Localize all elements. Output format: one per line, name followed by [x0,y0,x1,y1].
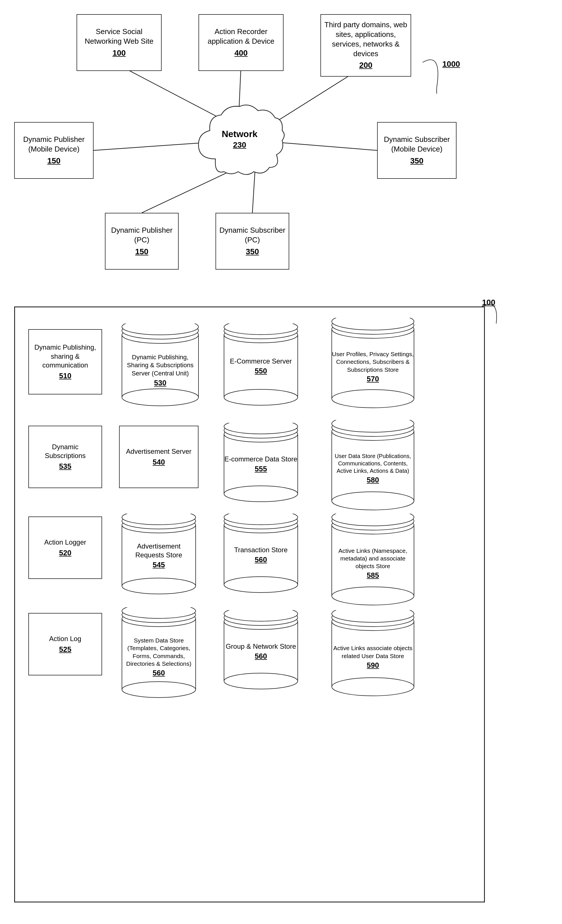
c570-text: User Profiles, Privacy Settings, Connect… [329,343,417,374]
dynamic-publisher-pc-label: 150 [135,247,149,257]
c550-label: 550 [255,367,267,375]
c560b-text: Group & Network Store [223,642,299,651]
service-social-box: Service Social Networking Web Site 100 [76,14,161,71]
c560b-label: 560 [255,652,267,661]
c580-label: 580 [367,476,379,484]
annotation-100-bottom: 100 [482,298,495,307]
c545-cylinder: Advertisement Requests Store 545 [119,514,199,597]
c555-text: E-commerce Data Store [221,454,300,464]
svg-point-30 [332,492,414,510]
dynamic-publisher-mobile-box: Dynamic Publisher (Mobile Device) 150 [14,122,94,179]
c580-text: User Data Store (Publications, Communica… [329,447,417,474]
c580-cylinder: User Data Store (Publications, Communica… [329,420,417,511]
c520-box: Action Logger 520 [28,516,102,579]
svg-point-15 [224,389,298,405]
c530-label: 530 [154,379,166,387]
c590-cylinder: Active Links associate objects related U… [329,610,417,698]
svg-point-35 [122,578,196,594]
c545-text: Advertisement Requests Store [119,542,199,560]
svg-point-45 [332,587,414,605]
c510-label: 510 [59,371,71,381]
svg-point-50 [122,682,196,698]
c560a-text: Transaction Store [232,545,291,554]
svg-line-4 [272,142,377,150]
c540-label: 540 [152,458,165,467]
service-social-label: 100 [112,48,126,58]
network-cloud: Network 230 [193,99,286,179]
c535-label: 535 [59,462,71,471]
c547-text: System Data Store (Templates, Categories… [119,631,199,668]
c590-label: 590 [367,661,379,670]
svg-point-25 [224,486,298,502]
c520-text: Action Logger [44,538,86,547]
c530-text: Dynamic Publishing, Sharing & Subscripti… [119,345,201,378]
svg-point-40 [224,577,298,592]
c550-text: E-Commerce Server [227,357,295,366]
svg-point-20 [332,390,414,408]
svg-rect-23 [224,434,298,494]
c525-box: Action Log 525 [28,613,102,675]
dynamic-subscriber-pc-text: Dynamic Subscriber (PC) [219,226,286,245]
c555-label: 555 [255,465,267,473]
c545-label: 545 [152,561,165,569]
c525-label: 525 [59,645,71,654]
dynamic-subscriber-mobile-text: Dynamic Subscriber (Mobile Device) [381,135,453,154]
c547-cylinder: System Data Store (Templates, Categories… [119,607,199,701]
c570-label: 570 [367,375,379,383]
c535-box: Dynamic Subscriptions 535 [28,426,102,488]
annotation-1000: 1000 [442,60,460,69]
third-party-label: 200 [359,60,372,70]
dynamic-publisher-mobile-text: Dynamic Publisher (Mobile Device) [18,135,90,154]
c535-text: Dynamic Subscriptions [32,442,99,460]
svg-rect-53 [224,621,298,681]
c510-box: Dynamic Publishing, sharing & communicat… [28,329,102,394]
c525-text: Action Log [49,634,81,643]
c585-text: Active Links (Namespace, metadata) and a… [329,541,417,570]
dynamic-subscriber-pc-box: Dynamic Subscriber (PC) 350 [215,213,289,270]
c540-text: Advertisement Server [126,447,192,456]
dynamic-subscriber-mobile-box: Dynamic Subscriber (Mobile Device) 350 [377,122,456,179]
dynamic-subscriber-pc-label: 350 [246,247,259,257]
c585-label: 585 [367,571,379,580]
c540-box: Advertisement Server 540 [119,426,199,488]
action-recorder-box: Action Recorder application & Device 400 [199,14,284,71]
dynamic-publisher-pc-box: Dynamic Publisher (PC) 150 [105,213,179,270]
c550-cylinder: E-Commerce Server 550 [221,324,300,409]
dynamic-publisher-pc-text: Dynamic Publisher (PC) [108,226,175,245]
c547-label: 560 [152,669,165,677]
c555-cylinder: E-commerce Data Store 555 [221,423,300,505]
diagram-container: Service Social Networking Web Site 100 A… [0,0,562,924]
third-party-box: Third party domains, web sites, applicat… [320,14,411,76]
c510-text: Dynamic Publishing, sharing & communicat… [32,343,99,369]
c590-text: Active Links associate objects related U… [329,639,417,660]
c520-label: 520 [59,548,71,558]
c560b-cylinder: Group & Network Store 560 [221,610,300,692]
network-label: 230 [233,141,247,150]
dynamic-subscriber-mobile-label: 350 [410,156,424,166]
svg-point-10 [122,389,199,406]
svg-point-60 [332,678,414,696]
svg-rect-13 [224,335,298,397]
service-social-text: Service Social Networking Web Site [80,27,158,46]
svg-rect-38 [224,525,298,585]
action-recorder-label: 400 [235,48,248,58]
c570-cylinder: User Profiles, Privacy Settings, Connect… [329,318,417,409]
c560a-label: 560 [255,555,267,564]
third-party-text: Third party domains, web sites, applicat… [324,20,408,58]
svg-point-55 [224,673,298,689]
c585-cylinder: Active Links (Namespace, metadata) and a… [329,514,417,607]
c560a-cylinder: Transaction Store 560 [221,514,300,596]
action-recorder-text: Action Recorder application & Device [202,27,280,46]
network-text: Network [222,129,257,140]
c530-cylinder: Dynamic Publishing, Sharing & Subscripti… [119,324,201,409]
dynamic-publisher-mobile-label: 150 [47,156,61,166]
